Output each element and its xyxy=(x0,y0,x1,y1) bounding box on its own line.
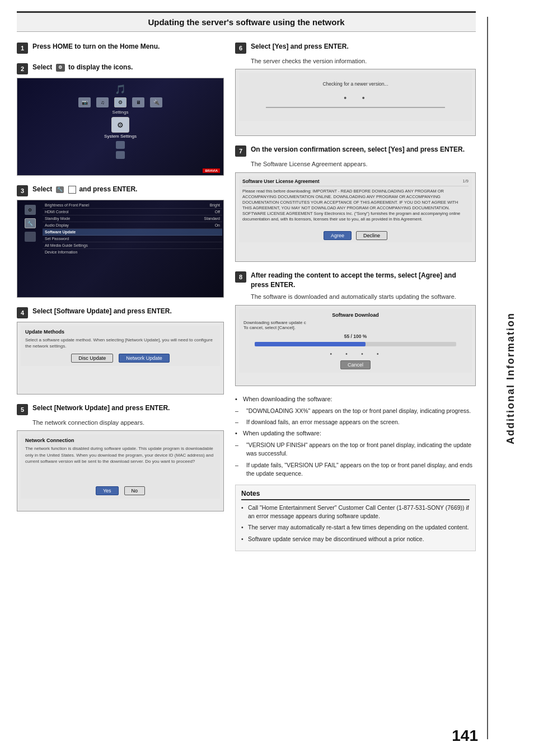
step-2-screen: 🎵 📷 ♫ ⚙ 🖥 🔌 Settings xyxy=(17,78,224,176)
sidebar: Additional Information xyxy=(487,0,534,756)
step-number-3: 3 xyxy=(17,185,28,196)
page-title-box: Updating the server's software using the… xyxy=(17,11,476,32)
step-5-text: Select [Network Update] and press ENTER. xyxy=(32,403,170,413)
step-5-screen: Network Connection The network function … xyxy=(17,430,224,511)
bullet-2: When updating the software: xyxy=(235,429,476,438)
step-6-screen: Checking for a newer version... • • xyxy=(235,69,476,136)
bullet-1: When downloading the software: xyxy=(235,395,476,404)
notes-title: Notes xyxy=(241,490,470,500)
step-3: 3 Select 🔧 and press ENTER. xyxy=(17,185,224,298)
step-number-1: 1 xyxy=(17,43,28,54)
step-8-text: After reading the content to accept the … xyxy=(251,271,476,290)
right-column: 6 Select [Yes] and press ENTER. The serv… xyxy=(235,42,476,551)
step-2: 2 Select ⚙ to display the icons. xyxy=(17,63,224,176)
disc-update-btn[interactable]: Disc Update xyxy=(71,354,113,363)
page-number: 141 xyxy=(452,727,478,745)
sidebar-label: Additional Information xyxy=(505,312,517,444)
step-6-subtext: The server checks the version informatio… xyxy=(251,57,476,65)
step-8-subtext: The software is downloaded and automatic… xyxy=(251,293,476,301)
bullet-1-sub-2: If download fails, an error message appe… xyxy=(235,418,476,426)
step-number-4: 4 xyxy=(17,307,28,318)
step-8-screen: Software Download Downloading software u… xyxy=(235,305,476,386)
step-4: 4 Select [Software Update] and press ENT… xyxy=(17,307,224,395)
step-4-screen: Update Methods Select a software update … xyxy=(17,322,224,395)
step-6-text: Select [Yes] and press ENTER. xyxy=(251,42,349,51)
agree-btn[interactable]: Agree xyxy=(324,231,352,240)
step-3-screen: ⚙ 🔧 Brightness of Front PanelBright xyxy=(17,200,224,298)
step-1-text: Press HOME to turn on the Home Menu. xyxy=(32,42,160,51)
step-number-2: 2 xyxy=(17,63,28,74)
bullet-2-sub-2: If update fails, "VERSION UP FAIL" appea… xyxy=(235,461,476,478)
bullet-1-sub-1: "DOWNLOADING XX%" appears on the top or … xyxy=(235,407,476,415)
note-2: The server may automatically re-start a … xyxy=(241,523,470,532)
step-7-text: On the version confirmation screen, sele… xyxy=(251,145,465,154)
step-4-text: Select [Software Update] and press ENTER… xyxy=(32,307,172,316)
network-update-btn[interactable]: Network Update xyxy=(119,354,170,363)
step-number-8: 8 xyxy=(235,271,246,283)
page-title: Updating the server's software using the… xyxy=(22,17,470,27)
notes-section: Notes Call "Home Entertainment Server" C… xyxy=(235,485,476,551)
step-7: 7 On the version confirmation screen, se… xyxy=(235,145,476,261)
step-7-screen: Software User License Agreement 1/9 Plea… xyxy=(235,172,476,262)
note-1: Call "Home Entertainment Server" Custome… xyxy=(241,504,470,520)
yes-btn-5[interactable]: Yes xyxy=(96,486,119,495)
step-3-text: Select 🔧 and press ENTER. xyxy=(32,185,137,194)
step-8: 8 After reading the content to accept th… xyxy=(235,271,476,386)
note-3: Software update service may be discontin… xyxy=(241,535,470,543)
sidebar-border xyxy=(487,17,488,739)
step-1: 1 Press HOME to turn on the Home Menu. xyxy=(17,42,224,54)
bullet-points: When downloading the software: "DOWNLOAD… xyxy=(235,395,476,478)
step-7-subtext: The Software License Agreement appears. xyxy=(251,160,476,168)
step-2-text: Select ⚙ to display the icons. xyxy=(32,63,133,72)
step-number-6: 6 xyxy=(235,43,246,54)
download-dots: • • • • xyxy=(243,351,467,357)
left-column: 1 Press HOME to turn on the Home Menu. 2… xyxy=(17,42,224,551)
checking-dots: • • xyxy=(243,93,467,102)
bullet-2-sub-1: "VERSION UP FINISH" appears on the top o… xyxy=(235,441,476,458)
step-number-5: 5 xyxy=(17,404,28,415)
decline-btn[interactable]: Decline xyxy=(356,231,387,240)
step-6: 6 Select [Yes] and press ENTER. The serv… xyxy=(235,42,476,136)
step-5-subtext: The network connection display appears. xyxy=(32,419,224,427)
notes-list: Call "Home Entertainment Server" Custome… xyxy=(241,504,470,543)
no-btn-5[interactable]: No xyxy=(124,486,146,495)
step-number-7: 7 xyxy=(235,145,246,157)
step-5: 5 Select [Network Update] and press ENTE… xyxy=(17,403,224,511)
cancel-btn[interactable]: Cancel xyxy=(340,360,371,369)
